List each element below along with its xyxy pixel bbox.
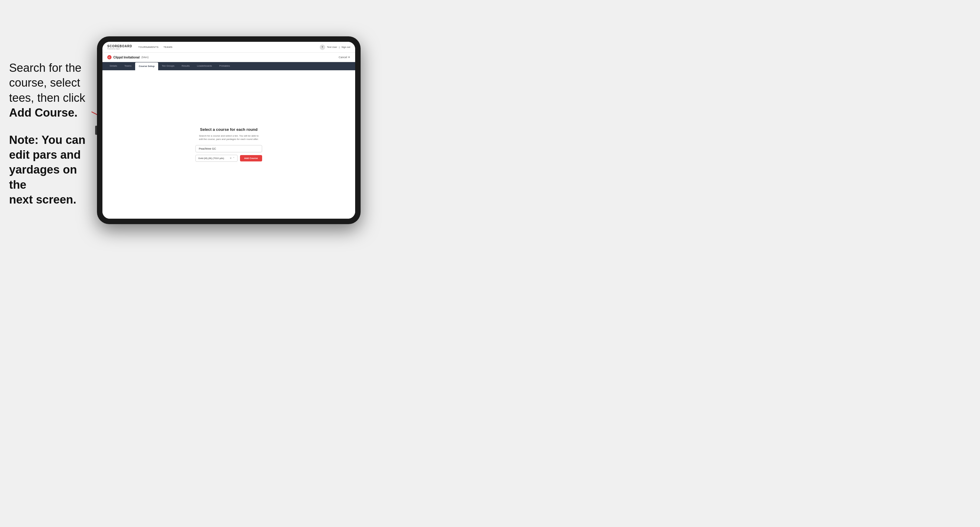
instruction-text: Search for the — [9, 62, 81, 74]
tablet-device: SCOREBOARD Powered by clippd TOURNAMENTS… — [97, 37, 361, 224]
course-search-input[interactable] — [196, 145, 262, 152]
tee-select-value: Gold (M) (M) (7010 yds) — [198, 157, 224, 160]
nav-teams[interactable]: TEAMS — [163, 46, 172, 48]
user-name: Test User — [327, 46, 337, 48]
section-title: Select a course for each round — [200, 127, 258, 132]
cancel-button[interactable]: Cancel ✕ — [339, 56, 350, 59]
tee-clear-icon[interactable]: ✕ — [230, 157, 232, 160]
tablet-screen: SCOREBOARD Powered by clippd TOURNAMENTS… — [102, 42, 355, 219]
tournament-icon: C — [107, 55, 111, 59]
note-text-4: next screen. — [9, 193, 76, 206]
tab-navigation: Details Teams Course Setup Tee Groups Re… — [102, 62, 355, 70]
logo-sub: Powered by clippd — [107, 48, 132, 50]
logo-area: SCOREBOARD Powered by clippd — [107, 44, 132, 50]
user-avatar: T — [320, 44, 325, 50]
note-text-3: yardages on the — [9, 163, 77, 191]
nav-tournaments[interactable]: TOURNAMENTS — [138, 46, 159, 48]
add-course-button[interactable]: Add Course — [240, 155, 262, 162]
nav-right: T Test User | Sign out — [320, 44, 350, 50]
tab-course-setup[interactable]: Course Setup — [135, 62, 158, 71]
note-text-1: Note: You can — [9, 133, 86, 146]
logo-text: SCOREBOARD — [107, 44, 132, 48]
main-content: Select a course for each round Search fo… — [102, 70, 355, 219]
tee-select-controls: ✕ ⌃ — [230, 157, 235, 160]
tee-select-row: Gold (M) (M) (7010 yds) ✕ ⌃ Add Course — [196, 155, 262, 162]
nav-left: SCOREBOARD Powered by clippd TOURNAMENTS… — [107, 44, 172, 50]
sign-out-link[interactable]: Sign out — [342, 46, 350, 48]
tournament-gender: (Men) — [142, 56, 149, 59]
instruction-text-2: course, select — [9, 76, 80, 89]
tab-results[interactable]: Results — [178, 62, 193, 70]
instructions-panel: Search for the course, select tees, then… — [9, 60, 94, 220]
instruction-bold: Add Course. — [9, 106, 78, 119]
tab-teams[interactable]: Teams — [121, 62, 135, 70]
nav-divider: | — [339, 46, 340, 48]
tee-select-container[interactable]: Gold (M) (M) (7010 yds) ✕ ⌃ — [196, 155, 237, 162]
nav-links: TOURNAMENTS TEAMS — [138, 46, 172, 48]
tab-printables[interactable]: Printables — [215, 62, 234, 70]
tournament-header: C Clippd Invitational (Men) Cancel ✕ — [102, 53, 355, 62]
section-description: Search for a course and select a tee. Yo… — [199, 134, 259, 141]
tab-details[interactable]: Details — [106, 62, 121, 70]
tab-tee-groups[interactable]: Tee Groups — [158, 62, 178, 70]
tablet-side-button — [95, 126, 97, 135]
top-nav: SCOREBOARD Powered by clippd TOURNAMENTS… — [102, 42, 355, 53]
instruction-text-3: tees, then click — [9, 92, 85, 104]
tournament-title: C Clippd Invitational (Men) — [107, 55, 148, 59]
tab-leaderboards[interactable]: Leaderboards — [193, 62, 215, 70]
tee-chevron-icon[interactable]: ⌃ — [233, 157, 235, 160]
note-text-2: edit pars and — [9, 148, 81, 161]
tournament-name: Clippd Invitational — [113, 56, 140, 59]
